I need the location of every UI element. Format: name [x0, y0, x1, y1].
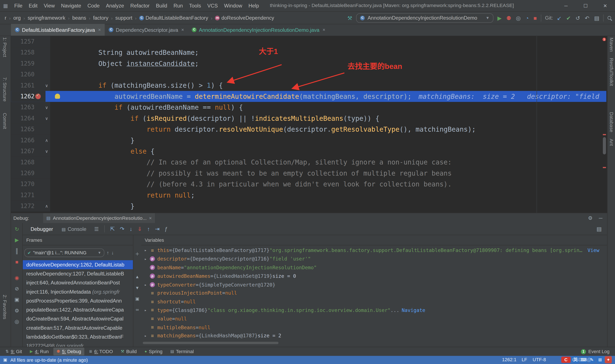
breadcrumb-item[interactable]: factory — [92, 14, 109, 21]
menu-window[interactable]: Window — [221, 2, 245, 9]
close-icon[interactable]: × — [98, 27, 101, 33]
variable-row[interactable]: ▸pdescriptor = {DependencyDescriptor@171… — [141, 255, 607, 263]
code-text[interactable]: else { — [50, 146, 606, 156]
horizontal-scrollbar[interactable] — [143, 342, 279, 344]
code-line-1261[interactable]: 1261∨ if (matchingBeans.size() > 1) { — [11, 80, 606, 91]
view-breakpoints-icon[interactable]: ◉ — [11, 275, 23, 281]
breadcrumb-item[interactable]: mdoResolveDependency — [214, 14, 275, 21]
commit-icon[interactable]: ✔ — [566, 15, 571, 21]
build-hammer-icon[interactable]: ⚒ — [347, 15, 352, 21]
code-line-1271[interactable]: 1271 return null; — [11, 190, 606, 201]
breadcrumb-item[interactable]: r — [4, 14, 7, 21]
tool-button-debug[interactable]: ⚉5: Debug — [53, 348, 84, 355]
breadcrumb-item[interactable]: support — [114, 14, 133, 21]
code-text[interactable]: return descriptor.resolveNotUnique(descr… — [50, 124, 606, 135]
stack-frame[interactable]: populateBean:1422, AbstractAutowireCapa — [23, 305, 133, 314]
stripe-ant[interactable]: Ant — [609, 139, 614, 146]
frame-up-icon[interactable]: ↑ — [107, 250, 109, 256]
stack-frame[interactable]: inject:116, InjectionMetadata (org.sprin… — [23, 287, 133, 296]
expand-arrow-icon[interactable]: ▸ — [144, 334, 150, 338]
tool-button-build[interactable]: ⚒Build — [118, 348, 140, 355]
menu-navigate[interactable]: Navigate — [58, 2, 84, 9]
step-out-icon[interactable]: ↑ — [147, 226, 150, 232]
history-icon[interactable]: ↺ — [575, 15, 580, 21]
menu-code[interactable]: Code — [84, 2, 103, 9]
code-text[interactable] — [50, 36, 606, 47]
tool-button-spring[interactable]: ●Spring — [141, 348, 165, 355]
gutter-1261[interactable]: 1261∨ — [11, 80, 50, 91]
editor-tab[interactable]: CDefaultListableBeanFactory.java× — [11, 24, 105, 36]
stripe-structure[interactable]: 7: Structure — [2, 77, 7, 102]
code-text[interactable]: autowiredBeanName = determineAutowireCan… — [50, 91, 606, 102]
variable-row[interactable]: ≡multipleBeans = null — [141, 323, 607, 332]
menu-edit[interactable]: Edit — [26, 2, 41, 9]
gutter-1269[interactable]: 1269 — [11, 168, 50, 179]
tool-button-run[interactable]: ▶4: Run — [27, 348, 52, 355]
variable-row[interactable]: ▸ptypeConverter = {SimpleTypeConverter@1… — [141, 280, 607, 289]
gutter-1271[interactable]: 1271 — [11, 190, 50, 201]
threads-view-icon[interactable]: ∞ — [133, 306, 141, 312]
code-line-1267[interactable]: 1267∨ else { — [11, 146, 606, 156]
code-line-1264[interactable]: 1264∨ if (isRequired(descriptor) || !ind… — [11, 113, 606, 124]
menu-run[interactable]: Run — [170, 2, 186, 9]
stop-icon[interactable]: ■ — [11, 259, 23, 265]
settings-gear-icon[interactable]: ⚙ — [588, 215, 592, 221]
profiler-icon[interactable]: ◔ — [525, 15, 529, 21]
gutter-1266[interactable]: 1266∧ — [11, 135, 50, 146]
file-encoding[interactable]: UTF-8 — [533, 357, 546, 363]
error-stripe-mark[interactable] — [603, 167, 606, 168]
hide-tool-window-icon[interactable]: ─ — [599, 215, 602, 221]
fold-marker-icon[interactable]: ∨ — [45, 113, 48, 124]
code-text[interactable] — [50, 69, 606, 80]
menu-view[interactable]: View — [40, 2, 58, 9]
thread-dump-icon[interactable]: ▣ — [11, 297, 23, 303]
view-link[interactable]: View — [588, 247, 599, 253]
tool-button-git[interactable]: ⇅9: Git — [2, 348, 25, 355]
code-text[interactable]: if (autowiredBeanName == null) { — [50, 102, 606, 113]
stop-icon[interactable]: ■ — [534, 15, 537, 21]
minimize-button[interactable]: ─ — [556, 0, 576, 12]
fold-end-marker-icon[interactable]: ∧ — [45, 135, 48, 146]
gutter-1257[interactable]: 1257 — [11, 36, 50, 47]
variable-row[interactable]: ≡value = null — [141, 314, 607, 323]
gutter-1264[interactable]: 1264∨ — [11, 113, 50, 124]
stack-frame[interactable]: 1827725498 (org.springfr — [23, 341, 133, 347]
intention-bulb-icon[interactable] — [55, 94, 60, 99]
tool-button-todo[interactable]: ≣6: TODO — [86, 348, 116, 355]
menu-build[interactable]: Build — [153, 2, 170, 9]
code-text[interactable]: Object instanceCandidate; — [50, 58, 606, 69]
stack-frame[interactable]: inject:640, AutowiredAnnotationBeanPost — [23, 278, 133, 287]
code-text[interactable]: // possibly it was meant to be an empty … — [50, 168, 606, 179]
line-separator[interactable]: LF — [522, 357, 527, 363]
stripe-project[interactable]: 1: Project — [2, 37, 7, 57]
run-sw-icon[interactable]: ▶ — [30, 348, 33, 355]
step-over-icon[interactable]: ↷ — [120, 226, 124, 232]
gutter-1260[interactable]: 1260 — [11, 69, 50, 80]
stack-frame[interactable]: doResolveDependency:1262, DefaultListab — [23, 260, 133, 269]
force-step-into-icon[interactable]: ⇓ — [137, 226, 142, 232]
frame-down-icon[interactable]: ↓ — [111, 250, 114, 256]
code-text[interactable]: if (matchingBeans.size() > 1) { — [50, 80, 606, 91]
code-editor[interactable]: 12571258 String autowiredBeanName;1259 O… — [11, 36, 606, 213]
breadcrumb-item[interactable]: beans — [71, 14, 87, 21]
variable-row[interactable]: ≡previousInjectionPoint = null — [141, 289, 607, 298]
menu-help[interactable]: Help — [245, 2, 262, 9]
debug-icon[interactable]: ⚉ — [506, 15, 511, 21]
stack-frame[interactable]: doCreateBean:594, AbstractAutowireCapal — [23, 314, 133, 323]
code-line-1259[interactable]: 1259 Object instanceCandidate; — [11, 58, 606, 69]
variable-row[interactable]: pbeanName = "annotationDependencyInjecti… — [141, 263, 607, 272]
scroll-up-icon[interactable]: ▲ — [133, 273, 141, 280]
search-icon[interactable] — [608, 16, 611, 20]
code-line-1270[interactable]: 1270 // (before 4.3 in particular when w… — [11, 179, 606, 190]
gutter-1267[interactable]: 1267∨ — [11, 146, 50, 156]
editor-tab[interactable]: CAnnotationDependencyInjectionResolution… — [188, 24, 329, 36]
code-text[interactable]: String autowiredBeanName; — [50, 47, 606, 58]
stripe-commit[interactable]: Commit — [2, 113, 7, 129]
gutter-1263[interactable]: 1263∨ — [11, 102, 50, 113]
stripe-restfultoolkit[interactable]: RestfulToolkit — [609, 58, 614, 86]
gutter-1262[interactable]: 1262✓ — [11, 91, 50, 102]
debug-session-tab[interactable]: ▤ AnnotationDependencyInjectionResolutio… — [43, 213, 155, 223]
debug-sw-icon[interactable]: ⚉ — [57, 348, 60, 355]
evaluate-icon[interactable]: ƒ — [165, 226, 168, 232]
editor-tab[interactable]: CDependencyDescriptor.java× — [105, 24, 188, 36]
